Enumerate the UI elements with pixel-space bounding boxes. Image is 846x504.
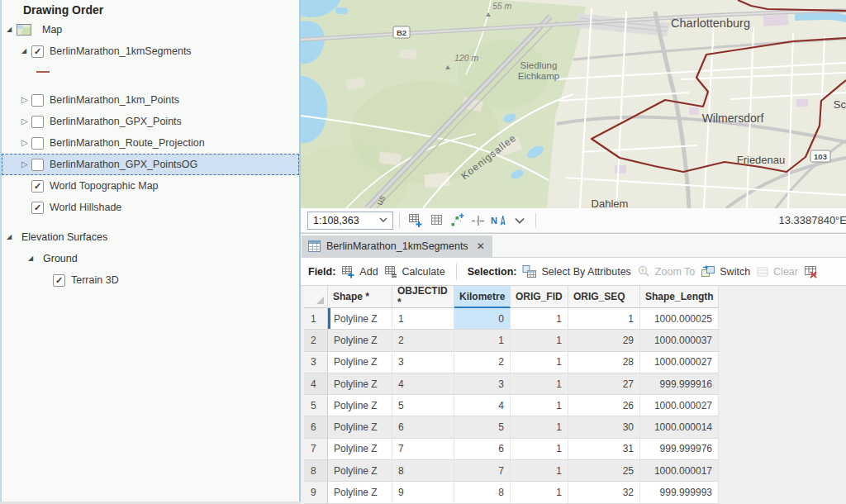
table-cell[interactable]: 1: [511, 330, 568, 351]
layer-visibility-checkbox[interactable]: [31, 137, 44, 150]
layer-item-world-hillshade[interactable]: ✓World Hillshade: [2, 197, 299, 218]
close-icon[interactable]: ✕: [477, 240, 485, 252]
row-number-cell[interactable]: 1: [304, 308, 328, 330]
add-field-button[interactable]: Add: [341, 264, 378, 278]
layer-item-terrain-3d[interactable]: ✓Terrain 3D: [2, 269, 299, 291]
row-number-cell[interactable]: 9: [304, 482, 328, 503]
table-cell[interactable]: 2: [392, 330, 454, 351]
layer-visibility-checkbox[interactable]: ✓: [31, 45, 44, 58]
table-cell[interactable]: Polyline Z: [328, 482, 392, 503]
table-cell[interactable]: 4: [392, 373, 454, 395]
table-cell[interactable]: 5: [392, 395, 454, 416]
table-cell[interactable]: Polyline Z: [328, 373, 392, 395]
table-cell[interactable]: 1000.000017: [640, 460, 719, 482]
table-cell[interactable]: Polyline Z: [328, 330, 392, 351]
layer-item-map[interactable]: ◢Map: [2, 19, 299, 40]
layer-visibility-checkbox[interactable]: ✓: [31, 180, 44, 193]
row-number-cell[interactable]: 8: [304, 460, 328, 482]
table-row[interactable]: 3Polyline Z321281000.000027: [304, 352, 846, 373]
table-cell[interactable]: 1000.000025: [640, 308, 719, 330]
column-header-shape-length[interactable]: Shape_Length: [640, 286, 719, 308]
table-cell[interactable]: Polyline Z: [328, 439, 392, 460]
layer-visibility-checkbox[interactable]: [31, 94, 44, 107]
table-cell[interactable]: 1000.000027: [640, 352, 719, 373]
grid-icon[interactable]: [426, 212, 447, 230]
column-header-objectid-[interactable]: OBJECTID *: [392, 286, 454, 308]
table-cell[interactable]: 1: [511, 352, 568, 373]
table-cell[interactable]: 1: [511, 439, 568, 460]
delete-selection-button[interactable]: [804, 264, 819, 278]
table-row[interactable]: 1Polyline Z10111000.000025: [304, 308, 846, 330]
expanded-arrow-icon[interactable]: ◢: [7, 25, 17, 35]
row-number-cell[interactable]: 2: [304, 330, 328, 351]
table-cell[interactable]: 7: [454, 460, 511, 482]
calculate-field-button[interactable]: Calculate: [384, 264, 445, 278]
zoom-to-selection-button[interactable]: Zoom To: [637, 264, 695, 278]
select-all-corner[interactable]: [316, 297, 324, 304]
table-cell[interactable]: Polyline Z: [328, 395, 392, 416]
layer-item-world-topographic-map[interactable]: ✓World Topographic Map: [2, 175, 299, 197]
table-cell[interactable]: 5: [454, 416, 511, 438]
collapsed-arrow-icon[interactable]: ▷: [21, 116, 31, 126]
layer-item-berlinmarathon-gpx-points[interactable]: ▷BerlinMarathon_GPX_Points: [2, 111, 299, 132]
collapsed-arrow-icon[interactable]: ▷: [21, 159, 31, 169]
table-cell[interactable]: 29: [568, 330, 640, 351]
table-cell[interactable]: 7: [392, 439, 454, 460]
table-row[interactable]: 6Polyline Z651301000.000014: [304, 416, 846, 438]
table-cell[interactable]: 1: [392, 308, 454, 330]
table-cell[interactable]: 9: [392, 482, 454, 503]
column-header-corner[interactable]: [304, 286, 328, 308]
column-header-shape-[interactable]: Shape *: [328, 286, 392, 308]
table-cell[interactable]: 999.999976: [640, 439, 719, 460]
column-header-orig-fid[interactable]: ORIG_FID: [511, 286, 568, 308]
table-cell[interactable]: Polyline Z: [328, 352, 392, 373]
layer-visibility-checkbox[interactable]: [31, 116, 44, 128]
table-row[interactable]: 7Polyline Z76131999.999976: [304, 439, 846, 460]
table-cell[interactable]: 6: [454, 439, 511, 460]
north-arrow-icon[interactable]: N: [488, 212, 509, 230]
table-cell[interactable]: 1: [454, 330, 511, 351]
column-header-orig-seq[interactable]: ORIG_SEQ: [568, 286, 640, 308]
table-cell[interactable]: 31: [568, 439, 640, 460]
table-cell[interactable]: 0: [454, 308, 511, 330]
table-cell[interactable]: 27: [568, 373, 640, 395]
table-cell[interactable]: 1000.000014: [640, 416, 719, 438]
collapsed-arrow-icon[interactable]: ▷: [21, 95, 31, 105]
layer-visibility-checkbox[interactable]: ✓: [53, 274, 65, 287]
grid-add-icon[interactable]: [406, 212, 426, 230]
map-view[interactable]: CharlottenburgWilmersdorfFriedenauDahlem…: [301, 0, 846, 208]
row-number-cell[interactable]: 6: [304, 416, 328, 438]
select-by-attributes-button[interactable]: Select By Attributes: [522, 264, 630, 278]
layer-item-berlinmarathon-route-projection[interactable]: ▷BerlinMarathon_Route_Projection: [2, 132, 299, 154]
table-cell[interactable]: 25: [568, 460, 640, 482]
row-number-cell[interactable]: 7: [304, 439, 328, 460]
table-cell[interactable]: 32: [568, 482, 640, 503]
layer-item-ground[interactable]: ◢Ground: [2, 248, 299, 269]
layer-item-berlinmarathon-gpx-pointsog[interactable]: ▷BerlinMarathon_GPX_PointsOG: [2, 154, 299, 175]
edit-vertices-icon[interactable]: [447, 212, 468, 230]
table-cell[interactable]: 30: [568, 416, 640, 438]
table-row[interactable]: 4Polyline Z43127999.999916: [304, 373, 846, 395]
expanded-arrow-icon[interactable]: ◢: [7, 232, 17, 242]
table-cell[interactable]: 1000.000027: [640, 395, 719, 416]
table-cell[interactable]: 3: [392, 352, 454, 373]
column-header-kilometre[interactable]: Kilometre: [454, 286, 511, 308]
layer-item-berlinmarathon-1km-points[interactable]: ▷BerlinMarathon_1km_Points: [2, 89, 299, 111]
table-cell[interactable]: 3: [454, 373, 511, 395]
layer-item-berlinmarathon-1kmsegments[interactable]: ◢✓BerlinMarathon_1kmSegments: [2, 40, 299, 62]
table-cell[interactable]: 1: [511, 482, 568, 503]
collapsed-arrow-icon[interactable]: ▷: [21, 138, 31, 148]
table-cell[interactable]: Polyline Z: [328, 460, 392, 482]
map-scale-combobox[interactable]: 1:108,363: [307, 212, 393, 230]
row-number-cell[interactable]: 4: [304, 373, 328, 395]
table-cell[interactable]: 1: [511, 395, 568, 416]
table-cell[interactable]: 1: [511, 373, 568, 395]
layer-visibility-checkbox[interactable]: ✓: [31, 202, 44, 214]
table-cell[interactable]: 999.999916: [640, 373, 719, 395]
layer-item-elevation-surfaces[interactable]: ◢Elevation Surfaces: [2, 226, 299, 248]
table-cell[interactable]: 1: [568, 308, 640, 330]
table-cell[interactable]: 4: [454, 395, 511, 416]
table-row[interactable]: 5Polyline Z541261000.000027: [304, 395, 846, 416]
expanded-arrow-icon[interactable]: ◢: [21, 46, 31, 56]
table-cell[interactable]: 1: [511, 416, 568, 438]
